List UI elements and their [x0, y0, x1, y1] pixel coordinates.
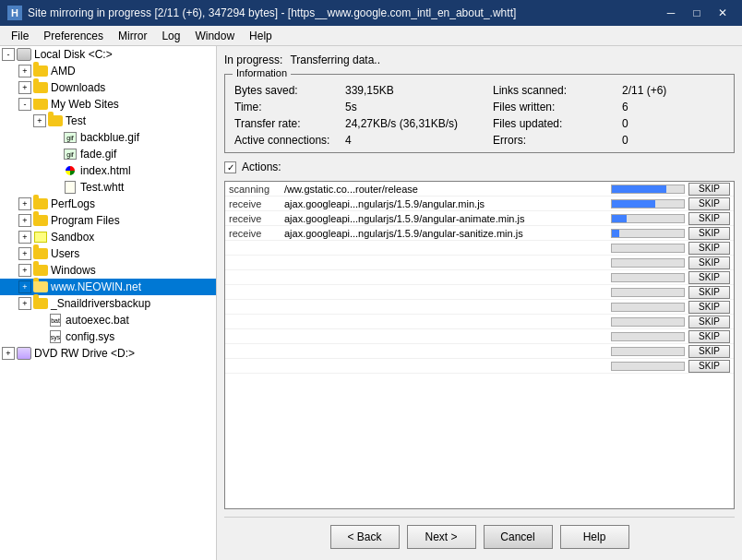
tree-item-program-files[interactable]: + Program Files: [0, 212, 216, 229]
actions-label: Actions:: [242, 161, 281, 173]
dl-skip-1[interactable]: SKIP: [688, 197, 730, 210]
download-list: scanning /ww.gstatic.co...router/release…: [224, 181, 735, 509]
gif-icon-backblue: gif: [63, 130, 78, 145]
expander-windows[interactable]: +: [18, 264, 31, 277]
dl-url-1: ajax.googleapi...ngularjs/1.5.9/angular.…: [284, 198, 611, 209]
errors-label: Errors:: [493, 134, 622, 147]
dl-skip-3[interactable]: SKIP: [688, 227, 730, 240]
bytes-saved-value: 339,15KB: [345, 84, 493, 97]
dl-skip-6[interactable]: SKIP: [688, 271, 730, 284]
whtt-icon-test: [63, 180, 78, 195]
dl-skip-2[interactable]: SKIP: [688, 212, 730, 225]
menu-help[interactable]: Help: [242, 28, 280, 44]
expander-my-web-sites[interactable]: -: [18, 98, 31, 111]
expander-program-files[interactable]: +: [18, 214, 31, 227]
download-row-2: receive ajax.googleapi...ngularjs/1.5.9/…: [225, 211, 734, 226]
dl-skip-9[interactable]: SKIP: [688, 316, 730, 328]
tree-item-autoexec[interactable]: bat autoexec.bat: [0, 312, 216, 328]
expander-sandbox[interactable]: +: [18, 231, 31, 244]
folder-icon-neowin: [33, 280, 48, 294]
menu-file[interactable]: File: [4, 28, 36, 44]
information-group: Information Bytes saved: 339,15KB Links …: [224, 74, 735, 153]
files-updated-label: Files updated:: [493, 117, 622, 130]
tree-item-test[interactable]: + Test: [0, 113, 216, 129]
expander-perflogs[interactable]: +: [18, 197, 31, 210]
expander-dvd[interactable]: +: [2, 347, 15, 360]
dl-skip-4[interactable]: SKIP: [688, 242, 730, 255]
time-value: 5s: [345, 101, 493, 113]
dl-skip-10[interactable]: SKIP: [688, 330, 730, 343]
help-button[interactable]: Help: [560, 525, 629, 549]
expander-snail[interactable]: +: [18, 297, 31, 310]
download-row-6: SKIP: [225, 270, 734, 285]
download-row-5: SKIP: [225, 256, 734, 270]
back-button[interactable]: < Back: [330, 525, 400, 549]
expander-local-disk[interactable]: -: [2, 48, 15, 61]
expander-config: [33, 330, 46, 343]
download-row-12: SKIP: [225, 359, 734, 374]
dl-progress-bar-2: [611, 214, 685, 223]
dl-url-2: ajax.googleapi...ngularjs/1.5.9/angular-…: [284, 213, 611, 224]
tree-item-windows[interactable]: + Windows: [0, 262, 216, 279]
menu-window[interactable]: Window: [187, 28, 242, 44]
tree-item-users[interactable]: + Users: [0, 245, 216, 262]
minimize-button[interactable]: ─: [659, 5, 683, 21]
tree-item-backblue-gif[interactable]: gif backblue.gif: [0, 129, 216, 146]
folder-icon-snail: [33, 296, 48, 311]
active-conn-label: Active connections:: [234, 134, 345, 147]
dl-skip-0[interactable]: SKIP: [688, 183, 730, 196]
expander-downloads[interactable]: +: [18, 81, 31, 94]
tree-item-sandbox[interactable]: + Sandbox: [0, 229, 216, 245]
files-written-label: Files written:: [493, 101, 622, 113]
tree-label-program-files: Program Files: [51, 214, 120, 227]
menu-preferences[interactable]: Preferences: [36, 28, 111, 44]
tree-label-dvd: DVD RW Drive <D:>: [34, 347, 135, 360]
menu-bar: File Preferences Mirror Log Window Help: [0, 26, 742, 46]
expander-test[interactable]: +: [33, 114, 46, 127]
file-icon-config: sys: [48, 329, 63, 344]
tree-label-snail: _Snaildriversbackup: [51, 297, 150, 310]
tree-item-fade-gif[interactable]: gif fade.gif: [0, 146, 216, 162]
tree-item-index-html[interactable]: index.html: [0, 162, 216, 179]
info-group-legend: Information: [233, 67, 291, 78]
close-button[interactable]: ✕: [711, 5, 735, 21]
folder-open-icon-my-web-sites: [33, 97, 48, 112]
transfer-rate-value: 24,27KB/s (36,31KB/s): [345, 117, 493, 130]
dl-skip-7[interactable]: SKIP: [688, 286, 730, 299]
download-row-7: SKIP: [225, 285, 734, 300]
cancel-button[interactable]: Cancel: [484, 525, 553, 549]
in-progress-value: Transferring data..: [290, 54, 380, 66]
tree-item-downloads[interactable]: + Downloads: [0, 79, 216, 96]
actions-checkbox[interactable]: ✓: [224, 161, 236, 173]
dl-progress-bar-3: [611, 229, 685, 238]
dl-url-3: ajax.googleapi...ngularjs/1.5.9/angular-…: [284, 228, 611, 239]
next-button[interactable]: Next >: [407, 525, 476, 549]
tree-label-neowin: www.NEOWIN.net: [51, 280, 141, 293]
tree-item-perflogs[interactable]: + PerfLogs: [0, 196, 216, 212]
expander-index: [48, 164, 61, 177]
gif-icon-fade: gif: [63, 147, 78, 161]
expander-users[interactable]: +: [18, 247, 31, 260]
dl-skip-11[interactable]: SKIP: [688, 345, 730, 358]
expander-amd[interactable]: +: [18, 65, 31, 77]
tree-label-test: Test: [66, 114, 86, 127]
tree-item-local-disk[interactable]: - Local Disk <C:>: [0, 46, 216, 63]
tree-item-config[interactable]: sys config.sys: [0, 328, 216, 345]
dl-skip-5[interactable]: SKIP: [688, 256, 730, 269]
maximize-button[interactable]: □: [685, 5, 709, 21]
menu-mirror[interactable]: Mirror: [111, 28, 154, 44]
tree-item-dvd-drive[interactable]: + DVD RW Drive <D:>: [0, 345, 216, 362]
tree-item-www-neowin[interactable]: + www.NEOWIN.net: [0, 279, 216, 295]
menu-log[interactable]: Log: [154, 28, 187, 44]
tree-label-amd: AMD: [51, 65, 76, 77]
tree-item-test-whtt[interactable]: Test.whtt: [0, 179, 216, 196]
tree-item-my-web-sites[interactable]: - My Web Sites: [0, 96, 216, 113]
footer-buttons: < Back Next > Cancel Help: [224, 517, 735, 553]
info-grid: Bytes saved: 339,15KB Links scanned: 2/1…: [234, 84, 724, 147]
tree-item-amd[interactable]: + AMD: [0, 63, 216, 79]
expander-www-neowin[interactable]: +: [18, 280, 31, 293]
tree-item-snaildriversbackup[interactable]: + _Snaildriversbackup: [0, 295, 216, 312]
dl-skip-8[interactable]: SKIP: [688, 301, 730, 314]
dl-skip-12[interactable]: SKIP: [688, 360, 730, 373]
folder-icon-amd: [33, 64, 48, 78]
